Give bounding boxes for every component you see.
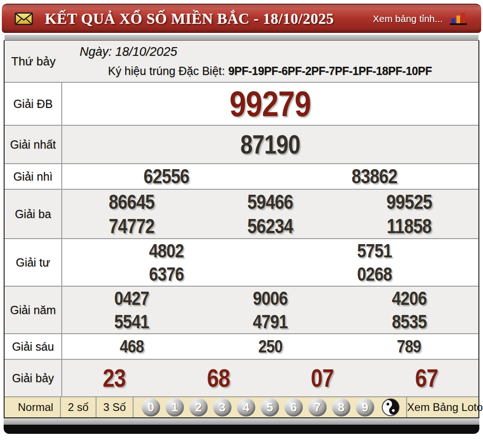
mode-2so-button[interactable]: 2 số — [61, 401, 95, 414]
symbol-value: 9PF-19PF-6PF-2PF-7PF-1PF-18PF-10PF — [228, 64, 432, 78]
prize-number: 56234 — [247, 215, 293, 238]
prize-number: 23 — [103, 363, 126, 393]
weekday-label: Thứ bảy — [5, 41, 62, 82]
page-title: KẾT QUẢ XỔ SỐ MIỀN BẮC - 18/10/2025 — [45, 11, 334, 27]
prize-number: 83862 — [352, 165, 397, 188]
prize-number: 250 — [258, 336, 283, 357]
digit-8-button[interactable]: 8 — [332, 398, 350, 416]
digit-0-button[interactable]: 0 — [142, 398, 160, 416]
prize-number: 11858 — [386, 215, 431, 238]
envelope-icon[interactable] — [15, 12, 33, 25]
prize-label: Giải bảy — [5, 360, 62, 396]
prize-number: 62556 — [144, 165, 189, 188]
header-bar: KẾT QUẢ XỔ SỐ MIỀN BẮC - 18/10/2025 Xem … — [2, 4, 481, 33]
footer-divider-strip — [4, 418, 479, 425]
special-symbol-line: Ký hiệu trúng Đặc Biệt: 9PF-19PF-6PF-2PF… — [62, 64, 478, 78]
prize-label: Giải nhì — [5, 164, 62, 189]
prize-row-fifth: Giải năm 0427 9006 4206 5541 4791 8535 — [5, 286, 478, 333]
view-loto-table-link[interactable]: Xem Bảng Loto — [407, 401, 483, 414]
prize-number: 4791 — [253, 311, 288, 333]
date-label: Ngày: 18/10/2025 — [62, 45, 478, 59]
prize-row-special: Giải ĐB 99279 — [5, 82, 478, 125]
digit-6-button[interactable]: 6 — [284, 398, 303, 416]
prize-number: 4802 — [149, 240, 183, 262]
digit-3-button[interactable]: 3 — [213, 398, 231, 416]
prize-label: Giải sáu — [5, 334, 62, 359]
prize-number: 99525 — [386, 191, 432, 213]
prize-number: 4206 — [392, 288, 426, 309]
prize-label: Giải năm — [5, 287, 62, 333]
yin-yang-icon[interactable] — [381, 398, 400, 416]
prize-row-sixth: Giải sáu 468 250 789 — [5, 333, 478, 359]
prize-number: 74772 — [109, 215, 155, 238]
prize-row-second: Giải nhì 62556 83862 — [5, 163, 478, 189]
prize-number: 07 — [311, 363, 334, 393]
symbol-label: Ký hiệu trúng Đặc Biệt: — [108, 64, 225, 77]
mode-normal-button[interactable]: Normal — [11, 401, 60, 414]
province-table-link[interactable]: Xem bảng tỉnh... — [373, 13, 443, 24]
loto-toolbar: Normal 2 số 3 Số 0 1 2 3 4 5 6 7 8 9 — [5, 396, 478, 417]
digit-4-button[interactable]: 4 — [237, 398, 255, 416]
results-table: Thứ bảy Ngày: 18/10/2025 Ký hiệu trúng Đ… — [4, 40, 479, 418]
header-divider-strip — [5, 35, 478, 40]
prize-number: 86645 — [109, 191, 155, 213]
prize-number: 67 — [415, 363, 438, 393]
prize-number: 68 — [207, 363, 230, 393]
prize-number: 8535 — [392, 311, 426, 333]
prize-number: 87190 — [241, 129, 300, 160]
digit-7-button[interactable]: 7 — [308, 398, 327, 416]
prize-row-third: Giải ba 86645 59466 99525 74772 56234 11… — [5, 189, 478, 238]
prize-label: Giải nhất — [5, 126, 62, 163]
prize-number: 468 — [119, 336, 144, 357]
prize-label: Giải ĐB — [5, 83, 62, 125]
info-row: Thứ bảy Ngày: 18/10/2025 Ký hiệu trúng Đ… — [5, 41, 478, 82]
prize-number: 0427 — [114, 288, 149, 309]
bottom-bar — [4, 425, 479, 434]
prize-label: Giải ba — [5, 190, 62, 238]
prize-row-fourth: Giải tư 4802 5751 6376 0268 — [5, 238, 478, 286]
prize-number: 5541 — [114, 311, 149, 333]
prize-number: 789 — [397, 336, 421, 357]
digit-5-button[interactable]: 5 — [261, 398, 279, 416]
prize-row-first: Giải nhất 87190 — [5, 125, 478, 163]
prize-row-seventh: Giải bảy 23 68 07 67 — [5, 359, 478, 396]
prize-number: 6376 — [149, 263, 183, 285]
prize-number: 99279 — [230, 84, 311, 124]
prize-number: 59466 — [247, 191, 293, 213]
prize-label: Giải tư — [5, 239, 62, 286]
lottery-results-widget: KẾT QUẢ XỔ SỐ MIỀN BẮC - 18/10/2025 Xem … — [0, 4, 483, 448]
prize-number: 0268 — [357, 263, 392, 285]
digit-2-button[interactable]: 2 — [189, 398, 208, 416]
mode-3so-button[interactable]: 3 Số — [97, 401, 133, 414]
toolbar-divider — [133, 397, 134, 417]
prize-number: 9006 — [253, 288, 288, 309]
bar-chart-icon[interactable] — [448, 12, 468, 26]
digit-buttons: 0 1 2 3 4 5 6 7 8 9 — [142, 398, 374, 416]
digit-1-button[interactable]: 1 — [166, 398, 184, 416]
prize-number: 5751 — [357, 240, 392, 262]
digit-9-button[interactable]: 9 — [356, 398, 374, 416]
